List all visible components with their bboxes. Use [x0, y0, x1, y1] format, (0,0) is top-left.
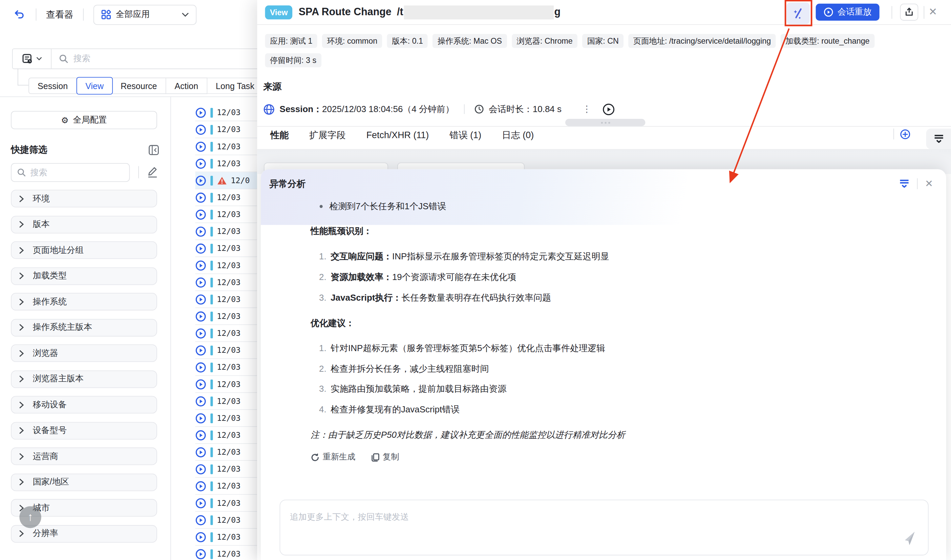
tab-session[interactable]: Session	[28, 77, 77, 94]
tab-action[interactable]: Action	[166, 77, 207, 94]
session-row[interactable]: 12/03	[195, 478, 257, 495]
session-row[interactable]: 12/03	[195, 325, 257, 342]
session-row[interactable]: 12/03	[195, 189, 257, 206]
session-row[interactable]: 12/03	[195, 240, 257, 257]
play-circle-icon[interactable]	[195, 141, 206, 152]
play-circle-icon[interactable]	[195, 277, 206, 288]
session-row[interactable]: 12/03	[195, 461, 257, 478]
detail-tab[interactable]: 错误 (1)	[449, 130, 481, 149]
filter-item[interactable]: 加载类型	[11, 267, 157, 285]
session-row[interactable]: 12/03	[195, 121, 257, 138]
play-circle-icon[interactable]	[195, 107, 206, 118]
play-circle-icon[interactable]	[195, 515, 206, 525]
filter-item[interactable]: 操作系统主版本	[11, 318, 157, 336]
session-row[interactable]: 12/03	[195, 155, 257, 172]
tab-resource[interactable]: Resource	[112, 77, 166, 94]
edit-icon[interactable]	[147, 166, 158, 178]
session-row[interactable]: 12/03	[195, 342, 257, 359]
add-circle-icon[interactable]	[900, 129, 910, 139]
more-actions-icon[interactable]: ⋮	[582, 104, 591, 114]
detail-tab[interactable]: 扩展字段	[309, 130, 345, 149]
regenerate-button[interactable]: 重新生成	[311, 452, 355, 463]
tab-long-task[interactable]: Long Task	[207, 77, 263, 94]
filter-item[interactable]: 国家/地区	[11, 473, 157, 491]
collapse-lines-icon[interactable]	[899, 179, 910, 189]
play-circle-icon[interactable]	[195, 345, 206, 355]
horizontal-scrollbar[interactable]	[565, 119, 645, 126]
collapse-panel-icon[interactable]	[149, 145, 159, 155]
global-config-button[interactable]: ⚙ 全局配置	[11, 111, 157, 129]
play-circle-icon[interactable]	[195, 311, 206, 322]
session-row[interactable]: 12/03	[195, 274, 257, 291]
session-row[interactable]: 12/03	[195, 359, 257, 376]
session-row[interactable]: 12/03	[195, 546, 257, 560]
play-circle-icon[interactable]	[195, 124, 206, 135]
detail-tab[interactable]: 日志 (0)	[502, 130, 534, 149]
session-row[interactable]: 12/03	[195, 444, 257, 461]
play-circle-icon[interactable]	[195, 548, 206, 559]
session-row[interactable]: 12/03	[195, 291, 257, 308]
session-row[interactable]: 12/03	[195, 376, 257, 393]
filter-item[interactable]: 设备型号	[11, 422, 157, 440]
export-button[interactable]	[900, 4, 919, 21]
send-icon[interactable]	[903, 531, 917, 546]
play-circle-icon[interactable]	[195, 192, 206, 203]
play-circle-icon[interactable]	[195, 260, 206, 271]
play-circle-icon[interactable]	[195, 175, 206, 186]
close-icon[interactable]: ✕	[929, 7, 937, 17]
filter-item[interactable]: 浏览器主版本	[11, 370, 157, 388]
session-row[interactable]: 12/03	[195, 427, 257, 444]
session-replay-button[interactable]: 会话重放	[816, 4, 880, 21]
play-circle-icon[interactable]	[195, 158, 206, 169]
filter-item[interactable]: 运营商	[11, 448, 157, 465]
copy-button[interactable]: 复制	[371, 452, 399, 463]
session-row[interactable]: 12/03	[195, 529, 257, 546]
session-row[interactable]: 12/03	[195, 410, 257, 427]
session-row[interactable]: 12/03	[195, 512, 257, 529]
detail-tab[interactable]: 性能	[271, 130, 289, 149]
play-circle-icon[interactable]	[195, 294, 206, 305]
session-row[interactable]: 12/03	[195, 223, 257, 240]
play-circle-icon[interactable]	[195, 362, 206, 372]
session-row[interactable]: 12/03	[195, 308, 257, 325]
play-circle-icon[interactable]	[195, 328, 206, 338]
play-circle-icon[interactable]	[195, 378, 206, 389]
session-row[interactable]: 12/03	[195, 138, 257, 155]
session-row[interactable]: 12/03	[195, 495, 257, 512]
search-type-select[interactable]	[13, 49, 52, 68]
close-icon[interactable]: ✕	[925, 179, 933, 189]
collapse-all-button[interactable]	[926, 129, 951, 149]
play-circle-icon[interactable]	[195, 243, 206, 254]
context-input[interactable]: 追加更多上下文，按回车键发送	[280, 500, 929, 555]
play-circle-icon[interactable]	[195, 226, 206, 237]
detail-tab[interactable]: Fetch/XHR (11)	[366, 130, 429, 149]
session-search-input[interactable]: 搜索	[74, 54, 91, 64]
play-session-icon[interactable]	[602, 103, 615, 116]
back-icon[interactable]	[13, 9, 25, 20]
session-row[interactable]: 12/03	[195, 257, 257, 274]
play-circle-icon[interactable]	[195, 532, 206, 542]
play-circle-icon[interactable]	[195, 430, 206, 440]
session-row[interactable]: 12/03	[195, 104, 257, 121]
app-selector-dropdown[interactable]: 全部应用	[94, 5, 197, 25]
session-row[interactable]: 12/0	[195, 172, 257, 189]
session-row[interactable]: 12/03	[195, 393, 257, 410]
play-circle-icon[interactable]	[195, 413, 206, 423]
filter-item[interactable]: 版本	[11, 216, 157, 233]
quick-filter-search[interactable]: 搜索	[11, 163, 130, 182]
session-row[interactable]: 12/03	[195, 206, 257, 223]
tab-view[interactable]: View	[76, 77, 113, 94]
play-circle-icon[interactable]	[195, 480, 206, 491]
ai-analysis-button[interactable]	[787, 2, 810, 24]
filter-item[interactable]: 操作系统	[11, 293, 157, 311]
play-circle-icon[interactable]	[195, 396, 206, 407]
play-circle-icon[interactable]	[195, 463, 206, 474]
play-circle-icon[interactable]	[195, 497, 206, 508]
play-circle-icon[interactable]	[195, 446, 206, 457]
play-circle-icon[interactable]	[195, 209, 206, 220]
filter-item[interactable]: 移动设备	[11, 396, 157, 414]
filter-item[interactable]: 环境	[11, 190, 157, 208]
filter-item[interactable]: 浏览器	[11, 344, 157, 362]
filter-item[interactable]: 页面地址分组	[11, 242, 157, 259]
scroll-to-top-button[interactable]: ↑	[19, 506, 41, 528]
